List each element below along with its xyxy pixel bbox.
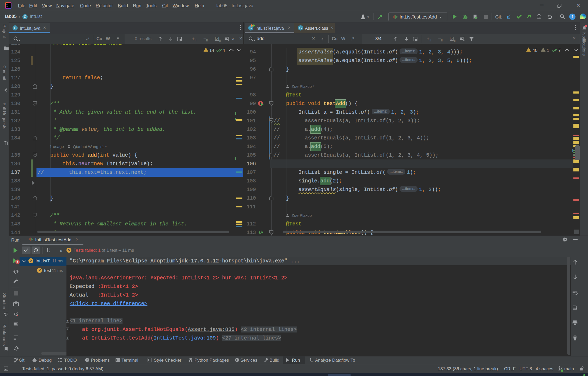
- svg-text:a: a: [49, 248, 50, 250]
- svg-text:z: z: [49, 250, 50, 253]
